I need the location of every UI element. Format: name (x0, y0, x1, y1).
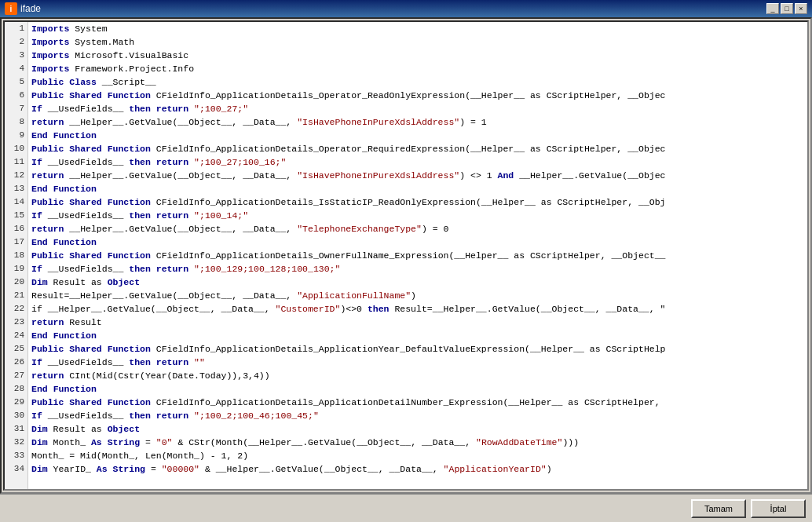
code-line: Imports System.Math (31, 35, 804, 49)
line-number: 10 (8, 142, 24, 155)
code-line: End Function (31, 329, 804, 342)
code-line: End Function (31, 382, 804, 396)
line-number: 8 (8, 115, 24, 129)
code-line: if __Helper__.GetValue(__Object__, __Dat… (31, 302, 804, 316)
line-number: 21 (8, 289, 24, 302)
line-number: 15 (8, 209, 24, 222)
line-number: 34 (8, 462, 24, 476)
code-line: If __UsedFields__ then return ";100_27;" (31, 102, 804, 115)
code-line: If __UsedFields__ then return ";100_27;1… (31, 155, 804, 169)
line-number: 1 (8, 22, 24, 35)
window-title: ifade (20, 3, 766, 14)
line-number: 9 (8, 129, 24, 142)
code-line: Public Shared Function CFieldInfo_Applic… (31, 249, 804, 262)
line-number: 28 (8, 382, 24, 396)
code-line: If __UsedFields__ then return "" (31, 356, 804, 369)
code-line: Imports Microsoft.VisualBasic (31, 49, 804, 62)
code-line: Public Shared Function CFieldInfo_Applic… (31, 142, 804, 155)
line-number: 31 (8, 422, 24, 436)
code-line: End Function (31, 129, 804, 142)
line-number: 19 (8, 262, 24, 276)
line-number: 26 (8, 356, 24, 369)
code-line: Imports System (31, 22, 804, 35)
line-number: 16 (8, 222, 24, 235)
maximize-button[interactable]: □ (781, 3, 793, 14)
line-number: 2 (8, 35, 24, 49)
line-number: 11 (8, 155, 24, 169)
line-number: 3 (8, 49, 24, 62)
line-number: 14 (8, 195, 24, 209)
code-line: return Result (31, 316, 804, 329)
cancel-button[interactable]: İptal (751, 499, 806, 518)
line-number: 5 (8, 75, 24, 89)
line-number: 27 (8, 369, 24, 382)
line-number: 18 (8, 249, 24, 262)
code-line: return __Helper__.GetValue(__Object__, _… (31, 169, 804, 182)
line-number: 4 (8, 62, 24, 75)
code-line: Imports Framework.Project.Info (31, 62, 804, 75)
line-number: 6 (8, 89, 24, 102)
line-number: 30 (8, 409, 24, 422)
line-number: 22 (8, 302, 24, 316)
line-number: 25 (8, 342, 24, 356)
line-number: 20 (8, 276, 24, 289)
titlebar-buttons: _ □ × (766, 3, 807, 14)
code-line: Dim Result as Object (31, 276, 804, 289)
code-line: return __Helper__.GetValue(__Object__, _… (31, 222, 804, 235)
code-line: End Function (31, 182, 804, 195)
bottom-bar: Tamam İptal (0, 494, 812, 522)
code-line: Public Shared Function CFieldInfo_Applic… (31, 396, 804, 409)
line-number: 32 (8, 436, 24, 449)
line-numbers: 1234567891011121314151617181920212223242… (5, 22, 28, 489)
code-content[interactable]: Imports SystemImports System.MathImports… (28, 22, 807, 489)
app-icon: i (5, 2, 17, 15)
ok-button[interactable]: Tamam (691, 499, 746, 518)
code-line: Dim Month_ As String = "0" & CStr(Month(… (31, 436, 804, 449)
code-line: Public Shared Function CFieldInfo_Applic… (31, 195, 804, 209)
code-line: Dim YearID_ As String = "00000" & __Help… (31, 462, 804, 476)
code-line: Month_ = Mid(Month_, Len(Month_) - 1, 2) (31, 449, 804, 462)
code-line: Dim Result as Object (31, 422, 804, 436)
code-line: return __Helper__.GetValue(__Object__, _… (31, 115, 804, 129)
code-line: return CInt(Mid(Cstr(Year(Date.Today)),3… (31, 369, 804, 382)
code-line: Result=__Helper__.GetValue(__Object__, _… (31, 289, 804, 302)
minimize-button[interactable]: _ (766, 3, 779, 14)
code-line: If __UsedFields__ then return ";100_14;" (31, 209, 804, 222)
line-number: 33 (8, 449, 24, 462)
code-editor[interactable]: 1234567891011121314151617181920212223242… (3, 20, 809, 491)
code-line: End Function (31, 235, 804, 249)
close-button[interactable]: × (795, 3, 807, 14)
line-number: 12 (8, 169, 24, 182)
code-line: If __UsedFields__ then return ";100_2;10… (31, 409, 804, 422)
line-number: 13 (8, 182, 24, 195)
code-line: Public Class __Script__ (31, 75, 804, 89)
line-number: 29 (8, 396, 24, 409)
code-line: Public Shared Function CFieldInfo_Applic… (31, 342, 804, 356)
line-number: 7 (8, 102, 24, 115)
line-number: 23 (8, 316, 24, 329)
line-number: 24 (8, 329, 24, 342)
code-line: Public Shared Function CFieldInfo_Applic… (31, 89, 804, 102)
main-container: 1234567891011121314151617181920212223242… (0, 17, 812, 494)
line-number: 17 (8, 235, 24, 249)
titlebar: i ifade _ □ × (0, 0, 812, 17)
code-line: If __UsedFields__ then return ";100_129;… (31, 262, 804, 276)
